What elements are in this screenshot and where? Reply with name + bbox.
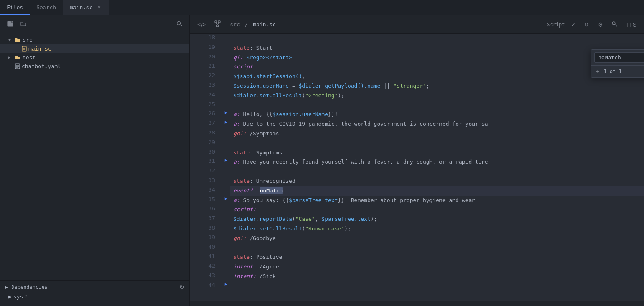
line-gutter[interactable] [222,224,230,234]
line-gutter[interactable] [222,253,230,262]
search-expand-button[interactable]: + [594,67,601,76]
deps-tree: ▶ sys ? [5,291,184,303]
line-content[interactable]: a: Have you recently found yourself with… [230,157,644,167]
line-gutter[interactable] [222,148,230,158]
tree-item-src[interactable]: ▼ src [0,35,189,44]
horizontal-scrollbar[interactable] [190,301,644,306]
line-gutter[interactable] [222,62,230,72]
dependencies-header[interactable]: ▶ Dependencies ↻ [5,284,184,291]
table-row: 41state: Positive [190,253,644,262]
line-content[interactable]: script: [230,62,644,72]
line-content[interactable]: state: Positive [230,253,644,262]
table-row: 31▶a: Have you recently found yourself w… [190,157,644,167]
sidebar-search-button[interactable] [174,19,184,30]
line-gutter[interactable] [222,272,230,281]
file-icon [22,46,27,52]
line-gutter[interactable] [222,72,230,81]
line-content[interactable]: intent: /Sick [230,272,644,281]
line-gutter[interactable] [222,205,230,215]
line-gutter[interactable] [222,243,230,253]
tab-main-sc[interactable]: main.sc × [63,0,109,15]
line-gutter[interactable]: ▶ [222,281,230,291]
line-gutter[interactable] [222,91,230,101]
line-content[interactable] [230,281,644,291]
line-content[interactable]: state: Unrecognized [230,177,644,186]
line-content[interactable]: a: Hello, {{$session.userName}}! [230,110,644,119]
line-gutter[interactable] [222,186,230,196]
new-folder-button[interactable] [18,19,28,30]
editor-search-button[interactable] [609,19,620,30]
line-content[interactable]: go!: /Symptoms [230,129,644,139]
line-gutter[interactable]: ▶ [222,119,230,129]
line-gutter[interactable] [222,43,230,53]
line-content[interactable]: $dialer.setCallResult("Greeting"); [230,91,644,101]
line-gutter[interactable]: ▶ [222,157,230,167]
line-number: 38 [190,224,222,234]
line-number: 41 [190,253,222,262]
check-button[interactable]: ✓ [568,20,578,30]
line-gutter[interactable]: ▶ [222,196,230,205]
line-gutter[interactable] [222,177,230,186]
table-row: 21script: [190,62,644,72]
tab-search[interactable]: Search [30,0,63,15]
line-content[interactable] [230,243,644,253]
refresh-deps-button[interactable]: ↻ [179,284,184,291]
line-content[interactable]: $dialer.reportData("Case", $parseTree.te… [230,215,644,224]
code-editor[interactable]: 18 19state: Start20q!: $regex</start>21s… [190,34,644,301]
line-number: 32 [190,167,222,177]
line-content[interactable]: a: Due to the COVID-19 pandemic, the wor… [230,119,644,129]
folder-icon [15,37,21,43]
line-content[interactable] [230,34,644,43]
line-gutter[interactable] [222,81,230,91]
line-gutter[interactable] [222,262,230,272]
line-content[interactable] [230,101,644,110]
help-icon: ? [25,294,28,299]
new-file-button[interactable] [5,19,15,30]
line-content[interactable]: $session.userName = $dialer.getPayload()… [230,81,644,91]
tts-button[interactable]: TTS [623,20,639,30]
line-content[interactable] [230,139,644,148]
line-content[interactable]: go!: /Goodbye [230,234,644,243]
undo-button[interactable]: ↺ [582,20,592,30]
line-gutter[interactable]: ▶ [222,110,230,119]
line-gutter[interactable] [222,167,230,177]
search-input[interactable] [594,52,644,63]
settings-button[interactable]: ⚙ [595,20,606,30]
code-view-button[interactable]: </> [195,20,208,30]
line-gutter[interactable] [222,215,230,224]
code-table: 18 19state: Start20q!: $regex</start>21s… [190,34,644,291]
line-content[interactable]: $dialer.setCallResult("Known case"); [230,224,644,234]
tree-item-chatbot[interactable]: ▶ chatbot.yaml [0,62,189,71]
line-gutter[interactable] [222,101,230,110]
deps-item-sys[interactable]: ▶ sys ? [5,292,184,301]
line-gutter[interactable] [222,234,230,243]
tab-close-icon[interactable]: × [96,3,102,11]
line-content[interactable] [230,167,644,177]
line-content[interactable]: $jsapi.startSession(); [230,72,644,81]
line-number: 34 [190,186,222,196]
line-number: 20 [190,53,222,63]
file-tree: ▼ src ▶ main.sc ▶ test ▶ [0,34,189,280]
deps-arrow: ▶ [5,284,8,290]
line-content[interactable]: state: Symptoms [230,148,644,158]
line-content[interactable]: state: Start [230,43,644,53]
line-number: 21 [190,62,222,72]
table-row: 44▶ [190,281,644,291]
tab-files[interactable]: Files [0,0,30,15]
line-gutter[interactable] [222,129,230,139]
line-content[interactable]: intent: /Agree [230,262,644,272]
line-gutter[interactable] [222,139,230,148]
table-row: 20q!: $regex</start> [190,53,644,63]
tree-item-main-sc[interactable]: ▶ main.sc [0,44,189,53]
table-row: 30state: Symptoms [190,148,644,158]
line-gutter[interactable] [222,53,230,63]
line-content[interactable]: event!: noMatch [230,186,644,196]
diagram-button[interactable] [212,19,223,30]
tree-item-test[interactable]: ▶ test [0,53,189,62]
line-content[interactable]: script: [230,205,644,215]
line-gutter[interactable] [222,34,230,43]
line-number: 37 [190,215,222,224]
line-content[interactable]: q!: $regex</start> [230,53,644,63]
line-content[interactable]: a: So you say: {{$parseTree.text}}. Reme… [230,196,644,205]
tree-item-src-label: src [23,37,32,43]
